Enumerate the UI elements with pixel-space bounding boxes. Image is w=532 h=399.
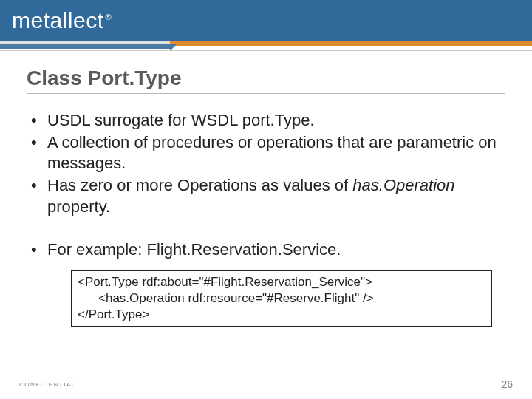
logo: metallect® <box>12 8 112 33</box>
bullet-item: A collection of procedures or operations… <box>27 132 505 174</box>
code-line: <Port.Type rdf:about="#Flight.Reservatio… <box>78 275 372 289</box>
bullet-list: USDL surrogate for WSDL port.Type. A col… <box>27 110 505 217</box>
bullet-text: A collection of procedures or operations… <box>47 133 497 172</box>
footer: CONFIDENTIAL 26 <box>0 378 532 390</box>
divider-line <box>0 50 532 51</box>
title-underline <box>27 93 505 94</box>
bullet-suffix: property. <box>47 197 110 216</box>
confidential-label: CONFIDENTIAL <box>19 381 76 388</box>
example-text: For example: Flight.Reservation.Service. <box>47 240 341 259</box>
bullet-item: For example: Flight.Reservation.Service. <box>27 239 505 260</box>
bullet-text: USDL surrogate for WSDL port.Type. <box>47 111 315 129</box>
bullet-italic: has.Operation <box>352 176 454 194</box>
code-line: </Port.Type> <box>78 307 149 321</box>
bullet-item: USDL surrogate for WSDL port.Type. <box>27 110 505 131</box>
registered-mark: ® <box>106 13 112 21</box>
page-number: 26 <box>501 378 513 390</box>
code-example-box: <Port.Type rdf:about="#Flight.Reservatio… <box>71 270 492 327</box>
slide-content: Class Port.Type USDL surrogate for WSDL … <box>0 46 532 327</box>
bullet-item: Has zero or more Operations as values of… <box>27 175 505 216</box>
logo-text: metallect <box>12 8 104 33</box>
spacer <box>27 219 505 239</box>
bullet-prefix: Has zero or more Operations as values of <box>47 176 352 194</box>
slide-title: Class Port.Type <box>27 66 505 90</box>
header-bar: metallect® <box>0 0 532 41</box>
nav-tab-stub <box>0 41 170 49</box>
code-line: <has.Operation rdf:resource="#Reserve.Fl… <box>78 290 485 307</box>
example-list: For example: Flight.Reservation.Service. <box>27 239 505 260</box>
